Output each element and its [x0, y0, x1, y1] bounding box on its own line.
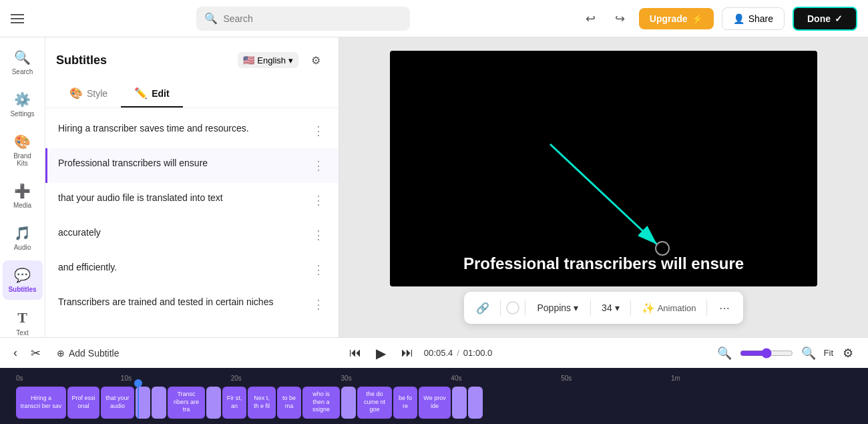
play-button[interactable]: ▶ [369, 341, 393, 365]
video-canvas: Professional transcribers will ensure [390, 51, 817, 286]
clip-block[interactable]: Hiring a transcri ber sav [16, 387, 66, 419]
subtitle-text: and efficiently. [58, 260, 309, 274]
toolbar-divider [500, 300, 501, 316]
hamburger-menu-icon[interactable] [11, 11, 27, 27]
search-input[interactable] [223, 13, 402, 24]
ruler-mark: 50s [561, 375, 572, 382]
fast-forward-button[interactable]: ⏭ [399, 343, 416, 363]
subtitle-text: Hiring a transcriber saves time and reso… [58, 122, 309, 136]
clip-block[interactable]: Prof essi onal [67, 387, 99, 419]
clip-block[interactable] [341, 387, 356, 419]
upgrade-button[interactable]: Upgrade ⚡ [639, 8, 714, 29]
clip-block[interactable] [206, 387, 221, 419]
sidebar-item-settings[interactable]: ⚙️ Settings [3, 85, 43, 124]
checkmark-icon: ✓ [835, 13, 843, 24]
clip-block[interactable] [468, 387, 483, 419]
sidebar-item-media[interactable]: ➕ Media [3, 176, 43, 216]
clip-block[interactable]: that your audio [101, 387, 134, 419]
sidebar-item-subtitles[interactable]: 💬 Subtitles [3, 260, 43, 300]
subtitle-item[interactable]: Professional transcribers will ensure ⋮ [45, 148, 339, 183]
undo-button[interactable]: ↩ [580, 8, 602, 29]
brand-icon: 🎨 [14, 134, 31, 150]
clip-block[interactable]: the do cume nt goe [357, 387, 392, 419]
share-button[interactable]: 👤 Share [722, 7, 785, 30]
clip-block[interactable]: Transc ribers are tra [168, 387, 205, 419]
current-time: 00:05.4 [424, 348, 453, 358]
ruler-mark: 10s [121, 375, 132, 382]
subtitle-item[interactable]: Transcribers are trained and tested in c… [45, 287, 339, 322]
top-bar: 🔍 ↩ ↪ Upgrade ⚡ 👤 Share Done ✓ [0, 0, 868, 37]
subtitle-item[interactable]: and efficiently. ⋮ [45, 252, 339, 287]
subtitle-item[interactable]: that your audio file is translated into … [45, 183, 339, 218]
timeline-needle [138, 383, 139, 419]
ruler-mark: 30s [341, 375, 352, 382]
toolbar-divider [590, 300, 591, 316]
subtitle-item[interactable]: Hiring a transcriber saves time and reso… [45, 114, 339, 148]
tab-style[interactable]: 🎨 Style [56, 80, 121, 108]
upgrade-label: Upgrade [650, 13, 688, 24]
search-bar[interactable]: 🔍 [196, 7, 410, 31]
toolbar-divider [630, 300, 631, 316]
subtitles-panel: Subtitles 🇺🇸 English ▾ ⚙ 🎨 Style ✏️ [45, 37, 339, 337]
sidebar-item-text[interactable]: T Text [3, 302, 43, 337]
more-options-button[interactable]: ⋯ [712, 296, 736, 320]
clip-text: Nex t, th e fil [252, 395, 272, 410]
subtitle-menu-button[interactable]: ⋮ [309, 122, 328, 140]
fit-button[interactable]: Fit [824, 348, 833, 358]
redo-button[interactable]: ↪ [610, 8, 631, 29]
clip-block[interactable]: be fo re [393, 387, 417, 419]
subtitle-menu-button[interactable]: ⋮ [309, 295, 328, 314]
font-size-selector[interactable]: 34 ▾ [596, 300, 625, 316]
subtitles-icon: 💬 [14, 267, 31, 283]
clip-text: Transc ribers are tra [172, 391, 201, 414]
subtitle-menu-button[interactable]: ⋮ [309, 226, 328, 244]
language-selector[interactable]: 🇺🇸 English ▾ [238, 52, 298, 68]
clip-block[interactable] [152, 387, 166, 419]
timeline-settings-button[interactable]: ⚙ [839, 344, 857, 363]
zoom-out-button[interactable]: 🔍 [714, 343, 734, 363]
clip-block[interactable]: Nex t, th e fil [248, 387, 276, 419]
clip-text: Prof essi onal [71, 395, 95, 410]
sidebar-item-brand[interactable]: 🎨 Brand Kits [3, 127, 43, 174]
text-toolbar: 🔗 Poppins ▾ 34 ▾ ✨ Animation ⋯ [464, 292, 744, 324]
collapse-button[interactable]: ‹ [11, 343, 20, 363]
color-picker[interactable] [506, 301, 519, 314]
animation-label: Animation [658, 303, 696, 313]
add-subtitle-button[interactable]: ⊕ Add Subtitle [51, 345, 125, 361]
plus-icon: ⊕ [57, 348, 65, 359]
sidebar-item-search[interactable]: 🔍 Search [3, 43, 43, 82]
done-button[interactable]: Done ✓ [793, 7, 857, 31]
animation-button[interactable]: ✨ Animation [636, 296, 702, 320]
tab-edit[interactable]: ✏️ Edit [121, 80, 182, 108]
subtitle-text: Professional transcribers will ensure [58, 156, 309, 170]
zoom-in-button[interactable]: 🔍 [799, 343, 819, 363]
clip-block[interactable]: Fir st, an [222, 387, 246, 419]
subtitle-menu-button[interactable]: ⋮ [309, 260, 328, 279]
sidebar-item-label: Media [13, 202, 31, 209]
rewind-button[interactable]: ⏮ [347, 343, 364, 363]
subtitle-item[interactable]: accurately ⋮ [45, 218, 339, 252]
subtitle-list: Hiring a transcriber saves time and reso… [45, 108, 339, 337]
subtitle-menu-button[interactable]: ⋮ [309, 191, 328, 210]
zoom-controls: 🔍 🔍 Fit ⚙ [714, 343, 857, 363]
settings-icon: ⚙️ [14, 91, 31, 108]
clip-block[interactable]: We prov ide [419, 387, 451, 419]
sidebar-item-audio[interactable]: 🎵 Audio [3, 218, 43, 258]
panel-header: Subtitles 🇺🇸 English ▾ ⚙ 🎨 Style ✏️ [45, 37, 339, 108]
filter-button[interactable]: ⚙ [304, 48, 328, 72]
clip-block[interactable]: who is then a ssigne [302, 387, 340, 419]
total-time: 01:00.0 [463, 348, 492, 358]
ruler-mark: 40s [451, 375, 461, 382]
zoom-slider[interactable] [740, 348, 793, 359]
panel-tabs: 🎨 Style ✏️ Edit [56, 80, 328, 108]
clip-block[interactable]: to be ma [277, 387, 301, 419]
chevron-down-icon: ▾ [574, 302, 578, 313]
scissors-button[interactable]: ✂ [28, 343, 43, 363]
timeline-track: 0s 10s 20s 30s 40s 50s 1m Hiring a trans… [0, 368, 868, 424]
clip-text: to be ma [281, 395, 297, 410]
font-name-label: Poppins [537, 302, 572, 313]
subtitle-menu-button[interactable]: ⋮ [309, 156, 328, 175]
link-button[interactable]: 🔗 [471, 296, 495, 320]
font-selector[interactable]: Poppins ▾ [531, 300, 586, 316]
clip-block[interactable] [452, 387, 467, 419]
